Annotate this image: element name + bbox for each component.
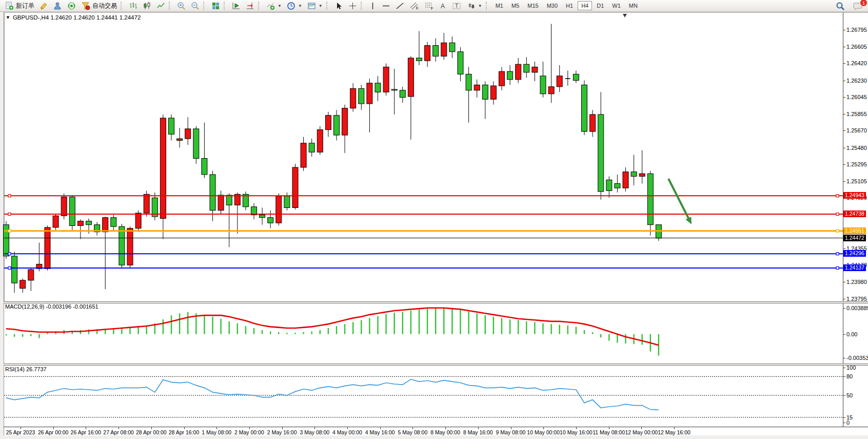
time-axis-label: 8 May 00:00 — [430, 429, 460, 435]
timeframe-button-mn[interactable]: MN — [625, 1, 641, 10]
terminal-icon — [53, 2, 62, 10]
time-axis-label: 28 Apr 00:00 — [136, 429, 167, 435]
metaeditor-icon — [40, 2, 48, 10]
main-chart-canvas[interactable] — [0, 12, 868, 302]
toolbar-separator — [224, 2, 228, 10]
macd-indicator-label: MACD(12,26,9) -0.003196 -0.001651 — [5, 303, 98, 310]
terminal-button[interactable] — [51, 0, 65, 11]
timeframe-button-m15[interactable]: M15 — [524, 1, 542, 10]
price-badge-1.24472: 1.24472 — [843, 235, 866, 241]
toolbar-separator — [203, 2, 208, 10]
down-arrow-annotation[interactable] — [668, 179, 692, 224]
price-tick-label: 1.25480 — [846, 145, 867, 151]
timeframe-button-h4[interactable]: H4 — [578, 1, 592, 10]
toolbar-separator — [361, 2, 365, 10]
line-chart-icon — [156, 2, 165, 10]
timeframe-button-m5[interactable]: M5 — [508, 1, 523, 10]
price-tick-label: 1.23980 — [846, 279, 867, 285]
timeframe-button-h1[interactable]: H1 — [562, 1, 577, 10]
svg-text:E: E — [416, 6, 419, 10]
vertical-line-button[interactable] — [366, 0, 379, 11]
time-axis-label: 2 May 16:00 — [267, 429, 297, 435]
bar-chart-button[interactable] — [126, 0, 140, 11]
chat-button[interactable]: 1 — [851, 1, 865, 12]
time-axis-label: 12 May 16:00 — [658, 429, 691, 435]
rsi-pane-canvas[interactable] — [0, 365, 868, 427]
equidistant-channel-button[interactable]: E — [407, 0, 422, 11]
chart-ohlc-header[interactable]: ▼ GBPUSD-,H4 1.24620 1.24620 1.24441 1.2… — [6, 14, 141, 21]
horizontal-line-1.24943[interactable] — [4, 195, 843, 197]
text-label-icon: T — [452, 2, 462, 10]
timeframe-button-m1[interactable]: M1 — [492, 1, 507, 10]
time-axis-label: 26 Apr 16:00 — [71, 429, 102, 435]
indicators-button[interactable]: ▼ — [264, 0, 284, 11]
search-icon — [836, 2, 845, 11]
auto-scroll-button[interactable] — [229, 0, 243, 11]
periods-button[interactable]: ▼ — [284, 0, 305, 11]
timeframe-button-m30[interactable]: M30 — [543, 1, 561, 10]
rsi-tick-label: 80 — [846, 373, 853, 379]
toolbar-separator — [486, 2, 490, 10]
chart-shift-marker[interactable] — [623, 14, 627, 17]
new-order-icon — [5, 2, 14, 10]
line-chart-button[interactable] — [154, 0, 168, 11]
price-badge-1.24137: 1.24137 — [843, 264, 866, 271]
autotrading-button[interactable]: 自动交易 — [78, 0, 120, 11]
zoom-out-icon — [191, 2, 200, 10]
rsi-tick-label: 50 — [846, 392, 853, 398]
price-tick-label: 1.25295 — [846, 161, 867, 167]
time-axis-label: 12 May 00:00 — [625, 429, 658, 435]
candlestick-series — [4, 24, 662, 293]
horizontal-line-button[interactable] — [379, 0, 393, 11]
price-tick-label: 1.25670 — [846, 127, 867, 133]
trendline-button[interactable] — [393, 0, 407, 11]
metaeditor-button[interactable] — [37, 0, 51, 11]
horizontal-line-1.24738[interactable] — [4, 213, 843, 216]
arrows-icon — [467, 2, 476, 10]
candlestick-chart-button[interactable] — [140, 0, 154, 11]
templates-button[interactable]: ▼ — [305, 0, 325, 11]
fibonacci-icon: F — [424, 2, 434, 10]
rsi-indicator-label: RSI(14) 26.7737 — [5, 366, 47, 372]
toolbar-separator — [121, 2, 125, 10]
time-axis-label: 26 Apr 00:00 — [38, 429, 69, 435]
templates-icon — [307, 2, 316, 10]
time-axis-label: 27 Apr 08:00 — [103, 429, 134, 435]
autotrading-label: 自动交易 — [92, 2, 117, 10]
price-tick-label: 0.003889 — [846, 305, 868, 311]
timeframe-button-d1[interactable]: D1 — [593, 1, 607, 10]
chart-shift-button[interactable] — [243, 0, 257, 11]
price-tick-label: 1.26230 — [846, 78, 867, 84]
cursor-button[interactable] — [332, 0, 346, 11]
auto-scroll-icon — [232, 2, 241, 10]
timeframe-button-w1[interactable]: W1 — [608, 1, 624, 10]
price-tick-label: 1.25855 — [846, 111, 867, 117]
fibonacci-button[interactable]: F — [422, 0, 437, 11]
new-order-button[interactable]: 新订单 — [3, 0, 37, 11]
tile-windows-button[interactable] — [209, 0, 223, 11]
time-axis-label: 10 May 00:00 — [527, 429, 560, 435]
symbol-ohlc-text: GBPUSD-,H4 1.24620 1.24620 1.24441 1.244… — [13, 14, 141, 21]
text-icon: A — [439, 2, 447, 10]
crosshair-button[interactable] — [346, 0, 360, 11]
news-button[interactable] — [65, 0, 78, 11]
macd-pane-canvas[interactable] — [0, 303, 868, 364]
symbol-dropdown-icon[interactable]: ▼ — [6, 15, 10, 20]
time-axis-label: 25 Apr 2023 — [6, 429, 35, 435]
text-button[interactable]: A — [437, 0, 449, 11]
indicators-icon — [266, 2, 275, 10]
notification-badge: 1 — [860, 0, 867, 7]
news-icon — [67, 2, 76, 10]
search-button[interactable] — [833, 1, 847, 12]
macd-signal-line — [6, 308, 659, 345]
text-label-button[interactable]: T — [449, 0, 464, 11]
price-tick-label: 1.26795 — [846, 27, 867, 33]
chart-shift-icon — [246, 2, 254, 10]
rsi-pane-separator[interactable] — [4, 364, 868, 366]
zoom-out-button[interactable] — [188, 0, 202, 11]
price-tick-label: -0.003533 — [846, 355, 868, 361]
macd-pane-separator[interactable] — [4, 301, 868, 303]
zoom-in-button[interactable] — [174, 0, 188, 11]
time-axis-label: 4 May 16:00 — [365, 429, 395, 435]
arrows-button[interactable]: ▼ — [464, 0, 485, 11]
